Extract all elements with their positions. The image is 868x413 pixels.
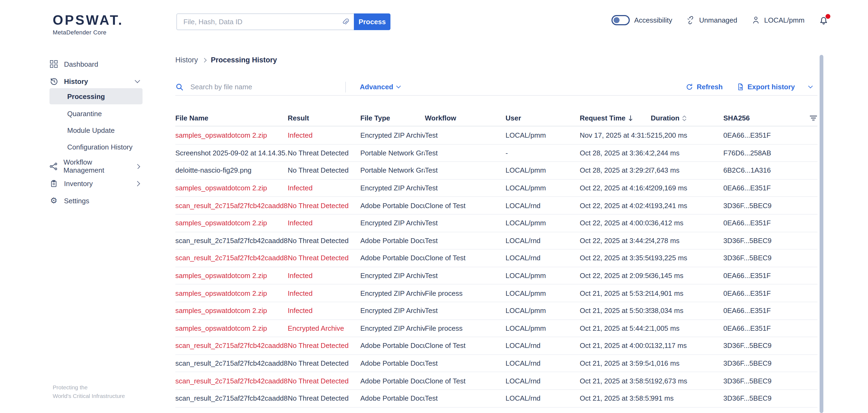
table-row[interactable]: scan_result_2c715af27fcb42caadd82... No … xyxy=(175,390,817,407)
table-row[interactable]: scan_result_2c715af27fcb42caadd82... No … xyxy=(175,372,817,390)
product-name: MetaDefender Core xyxy=(53,29,123,35)
cell-file-name[interactable]: scan_result_2c715af27fcb42caadd82... xyxy=(175,342,288,350)
cell-file-name[interactable]: samples_opswatdotcom 2.zip xyxy=(175,131,288,139)
vertical-scrollbar[interactable] xyxy=(819,55,824,413)
table-row[interactable]: knownBad.bin No Threat Detected ASCII Te… xyxy=(175,407,817,413)
table-row[interactable]: samples_opswatdotcom 2.zip Encrypted Arc… xyxy=(175,320,817,337)
cell-user: LOCAL/pmm xyxy=(505,166,580,174)
table-row[interactable]: samples_opswatdotcom 2.zip Infected Encr… xyxy=(175,215,817,232)
table-row[interactable]: samples_opswatdotcom 2.zip Infected Encr… xyxy=(175,127,817,145)
notifications-button[interactable] xyxy=(819,15,828,25)
table-row[interactable]: Screenshot 2025-09-02 at 14.14.35.p... N… xyxy=(175,145,817,162)
cell-duration: 132,117 ms xyxy=(651,342,723,350)
sidebar-item-configuration-history[interactable]: Configuration History xyxy=(50,139,143,155)
cell-result: No Threat Detected xyxy=(288,236,360,245)
user-label: LOCAL/pmm xyxy=(764,16,805,24)
process-input[interactable] xyxy=(176,13,354,30)
metadefender-core-app: OPSWAT. MetaDefender Core Process Access… xyxy=(0,0,868,413)
cell-file-name[interactable]: scan_result_2c715af27fcb42caadd82... xyxy=(175,254,288,262)
cell-sha256: 0EA66...E351F xyxy=(723,219,807,227)
cell-file-name[interactable]: samples_opswatdotcom 2.zip xyxy=(175,184,288,192)
process-button[interactable]: Process xyxy=(354,13,391,30)
column-header-request-time[interactable]: Request Time xyxy=(580,114,651,122)
cell-sha256: 3D36F...5BEC9 xyxy=(723,201,807,210)
sidebar-item-quarantine[interactable]: Quarantine xyxy=(50,105,143,122)
sidebar-item-settings[interactable]: ⚙ Settings xyxy=(50,192,143,209)
cell-file-name[interactable]: deloitte-nascio-fig29.png xyxy=(175,166,288,174)
cell-sha256: 3D36F...5BEC9 xyxy=(723,394,807,402)
cell-file-name[interactable]: samples_opswatdotcom 2.zip xyxy=(175,272,288,280)
search-input[interactable] xyxy=(189,82,326,91)
sidebar-item-history[interactable]: History xyxy=(50,73,143,89)
sidebar-item-processing[interactable]: Processing xyxy=(50,88,143,104)
cell-workflow: Test xyxy=(425,219,505,227)
filter-icon[interactable] xyxy=(809,115,817,122)
cell-file-name[interactable]: knownBad.bin xyxy=(175,412,288,413)
cell-file-name[interactable]: samples_opswatdotcom 2.zip xyxy=(175,219,288,227)
column-header-duration[interactable]: Duration xyxy=(651,114,723,122)
table-row[interactable]: scan_result_2c715af27fcb42caadd82... No … xyxy=(175,232,817,250)
table-row[interactable]: samples_opswatdotcom 2.zip Infected Encr… xyxy=(175,180,817,197)
accessibility-toggle[interactable]: Accessibility xyxy=(612,15,672,25)
advanced-filter-button[interactable]: Advanced xyxy=(360,83,400,91)
cell-workflow: File process xyxy=(425,324,505,332)
cell-file-type: Portable Network Graphi... xyxy=(360,166,425,174)
refresh-button[interactable]: Refresh xyxy=(686,83,723,91)
table-row[interactable]: samples_opswatdotcom 2.zip Infected Encr… xyxy=(175,267,817,285)
column-header-workflow: Workflow xyxy=(425,114,505,122)
cell-duration: 36,145 ms xyxy=(651,272,723,280)
export-history-button[interactable]: Export history xyxy=(737,83,795,91)
user-icon xyxy=(752,15,760,24)
user-menu[interactable]: LOCAL/pmm xyxy=(752,15,805,24)
table-row[interactable]: scan_result_2c715af27fcb42caadd82... No … xyxy=(175,355,817,372)
sidebar-item-module-update[interactable]: Module Update xyxy=(50,122,143,138)
file-name-search xyxy=(175,82,326,91)
cell-duration: 1,005 ms xyxy=(651,324,723,332)
export-options-chevron-icon[interactable] xyxy=(808,84,813,89)
breadcrumb-history-link[interactable]: History xyxy=(175,56,198,64)
cell-workflow: Test xyxy=(425,236,505,245)
sort-both-icon xyxy=(682,115,687,121)
sidebar-item-workflow-management[interactable]: Workflow Management xyxy=(50,158,143,174)
cell-result: No Threat Detected xyxy=(288,342,360,350)
cell-request-time: Oct 21, 2025 at 5:50:35 PM xyxy=(580,307,651,315)
unmanaged-label: Unmanaged xyxy=(699,16,737,24)
cell-file-type: Adobe Portable Docume... xyxy=(360,359,425,367)
cell-file-name[interactable]: scan_result_2c715af27fcb42caadd82... xyxy=(175,201,288,210)
settings-gear-icon: ⚙ xyxy=(50,196,58,204)
paperclip-attach-icon[interactable] xyxy=(341,17,349,26)
sidebar-item-dashboard[interactable]: Dashboard xyxy=(50,56,143,72)
cell-file-name[interactable]: scan_result_2c715af27fcb42caadd82... xyxy=(175,359,288,367)
cell-workflow: File process xyxy=(425,289,505,297)
cell-request-time: Oct 21, 2025 at 3:58:59 PM xyxy=(580,377,651,385)
cell-file-name[interactable]: samples_opswatdotcom 2.zip xyxy=(175,289,288,297)
cell-result: Infected xyxy=(288,184,360,192)
cell-request-time: Oct 21, 2025 at 5:44:21 PM xyxy=(580,324,651,332)
table-row[interactable]: scan_result_2c715af27fcb42caadd82... No … xyxy=(175,250,817,267)
toggle-switch-icon[interactable] xyxy=(612,15,630,25)
cell-duration: 36,412 ms xyxy=(651,219,723,227)
cell-sha256: 0EA66...E351F xyxy=(723,324,807,332)
cell-file-name[interactable]: scan_result_2c715af27fcb42caadd82... xyxy=(175,377,288,385)
cell-request-time: Oct 28, 2025 at 3:29:28 PM xyxy=(580,166,651,174)
cell-file-name[interactable]: scan_result_2c715af27fcb42caadd82... xyxy=(175,236,288,245)
table-row[interactable]: scan_result_2c715af27fcb42caadd82... No … xyxy=(175,337,817,355)
opswat-logo: OPSWAT. MetaDefender Core xyxy=(53,13,123,35)
cell-file-name[interactable]: scan_result_2c715af27fcb42caadd82... xyxy=(175,394,288,402)
sidebar-item-label: Configuration History xyxy=(67,143,132,151)
table-row[interactable]: scan_result_2c715af27fcb42caadd82... No … xyxy=(175,197,817,215)
column-header-result: Result xyxy=(288,114,360,122)
sidebar-item-label: Workflow Management xyxy=(63,158,124,174)
unmanaged-status[interactable]: Unmanaged xyxy=(687,16,737,24)
cell-file-name[interactable]: samples_opswatdotcom 2.zip xyxy=(175,324,288,332)
sidebar-item-label: History xyxy=(64,77,88,85)
table-row[interactable]: deloitte-nascio-fig29.png No Threat Dete… xyxy=(175,162,817,179)
sidebar-item-inventory[interactable]: Inventory xyxy=(50,175,143,191)
cell-file-name[interactable]: samples_opswatdotcom 2.zip xyxy=(175,307,288,315)
table-row[interactable]: samples_opswatdotcom 2.zip Infected Encr… xyxy=(175,302,817,320)
table-row[interactable]: samples_opswatdotcom 2.zip Infected Encr… xyxy=(175,285,817,302)
chevron-right-icon xyxy=(135,164,141,169)
cell-file-name[interactable]: Screenshot 2025-09-02 at 14.14.35.p... xyxy=(175,149,288,157)
cell-workflow: Test xyxy=(425,272,505,280)
breadcrumb-separator-icon xyxy=(202,58,207,62)
